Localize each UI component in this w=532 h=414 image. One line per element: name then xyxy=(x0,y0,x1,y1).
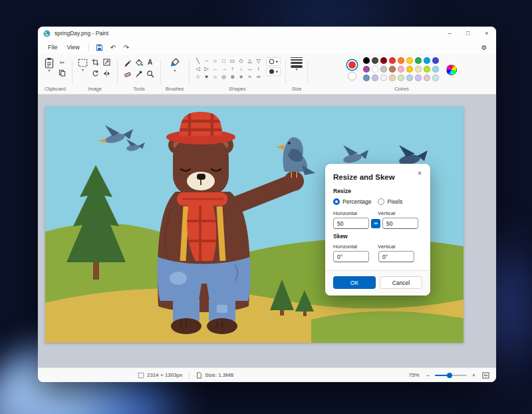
color-swatch[interactable] xyxy=(363,75,370,81)
rotate-icon[interactable] xyxy=(90,69,100,79)
eraser-icon[interactable] xyxy=(122,69,132,79)
title-bar[interactable]: springDay.png - Paint – □ × xyxy=(38,27,496,40)
shape-tool[interactable]: ← xyxy=(211,65,219,73)
shape-tool[interactable]: ↔ xyxy=(246,65,254,73)
skew-vertical-input[interactable] xyxy=(378,251,414,262)
redo-icon[interactable]: ↷ xyxy=(120,42,133,53)
maintain-aspect-ratio-link-icon[interactable]: ∞ xyxy=(371,219,380,228)
color-swatch[interactable] xyxy=(380,66,387,73)
fill-bucket-icon[interactable] xyxy=(134,57,144,67)
maximize-button[interactable]: □ xyxy=(459,27,477,40)
shape-tool[interactable]: ⊕ xyxy=(229,73,237,81)
shape-tool[interactable]: ◁ xyxy=(194,65,202,73)
copy-icon[interactable] xyxy=(57,68,67,78)
color-swatch[interactable] xyxy=(398,75,404,81)
color-swatch[interactable] xyxy=(424,57,430,64)
color-swatch[interactable] xyxy=(424,75,430,81)
shape-tool[interactable]: ∗ xyxy=(237,73,245,81)
text-tool-icon[interactable]: A xyxy=(145,57,155,67)
color-swatch[interactable] xyxy=(406,57,413,64)
shape-tool[interactable]: ☆ xyxy=(194,73,202,81)
undo-icon[interactable]: ↶ xyxy=(106,42,120,53)
color-picker-icon[interactable] xyxy=(134,69,144,79)
color-swatch[interactable] xyxy=(398,57,404,64)
color-swatch[interactable] xyxy=(415,57,422,64)
shape-tool[interactable]: → xyxy=(220,65,228,73)
crop-icon[interactable] xyxy=(90,57,100,67)
resize-horizontal-input[interactable] xyxy=(333,218,369,229)
paste-button[interactable]: ▾ xyxy=(43,57,55,73)
ok-button[interactable]: OK xyxy=(333,276,376,289)
color-swatch[interactable] xyxy=(389,66,396,73)
shape-tool[interactable]: ∞ xyxy=(255,73,263,81)
shape-tool[interactable]: ╲ xyxy=(194,57,202,65)
shape-tool[interactable]: ○ xyxy=(211,57,219,65)
shape-tool[interactable]: ◇ xyxy=(237,57,245,65)
color-swatch[interactable] xyxy=(432,75,439,81)
color-swatch[interactable] xyxy=(415,66,422,73)
shape-tool[interactable]: ~ xyxy=(203,57,211,65)
fit-to-window-icon[interactable] xyxy=(482,372,489,379)
color-swatch[interactable] xyxy=(432,66,439,73)
resize-icon[interactable] xyxy=(102,57,112,67)
magnifier-icon[interactable] xyxy=(145,69,155,79)
shape-fill-dropdown[interactable]: ▾ xyxy=(266,67,281,76)
pixels-radio[interactable]: Pixels xyxy=(378,198,402,205)
select-caret-icon[interactable]: ▾ xyxy=(82,69,84,72)
color-swatch[interactable] xyxy=(389,57,396,64)
color-swatch[interactable] xyxy=(432,57,439,64)
percentage-radio[interactable]: Percentage xyxy=(333,198,371,205)
color-swatch[interactable] xyxy=(380,75,387,81)
color-swatch[interactable] xyxy=(406,75,413,81)
skew-horizontal-input[interactable] xyxy=(333,251,369,262)
color-swatch[interactable] xyxy=(363,66,370,73)
color-swatch[interactable] xyxy=(424,66,430,73)
resize-vertical-input[interactable] xyxy=(382,218,418,229)
shape-tool[interactable]: ◎ xyxy=(220,73,228,81)
color-swatch[interactable] xyxy=(380,57,387,64)
menu-view[interactable]: View xyxy=(63,42,84,53)
cancel-button[interactable]: Cancel xyxy=(380,276,422,289)
minimize-button[interactable]: – xyxy=(440,27,459,40)
shape-tool[interactable]: □ xyxy=(220,57,228,65)
brushes-caret-icon[interactable]: ▾ xyxy=(174,69,176,73)
color-swatch[interactable] xyxy=(406,66,413,73)
color1-selected[interactable] xyxy=(347,60,357,70)
shape-tool[interactable]: ⌂ xyxy=(211,73,219,81)
shape-tool[interactable]: ▭ xyxy=(229,57,237,65)
close-button[interactable]: × xyxy=(477,27,496,40)
size-caret-icon[interactable]: ▾ xyxy=(296,68,298,71)
shape-tool[interactable]: ≈ xyxy=(246,73,254,81)
menu-file[interactable]: File xyxy=(43,42,63,53)
save-icon[interactable] xyxy=(93,42,106,53)
select-button[interactable]: ▾ xyxy=(77,57,88,72)
shape-outline-dropdown[interactable]: ▾ xyxy=(266,57,281,66)
zoom-slider-handle[interactable] xyxy=(447,373,452,378)
shape-tool[interactable]: ♥ xyxy=(203,73,211,81)
zoom-out-icon[interactable]: − xyxy=(424,372,430,379)
color-swatch[interactable] xyxy=(398,66,404,73)
zoom-in-icon[interactable]: + xyxy=(471,372,477,379)
shape-tool[interactable]: △ xyxy=(246,57,254,65)
edit-colors-wheel-icon[interactable] xyxy=(446,65,457,75)
color-swatch[interactable] xyxy=(372,66,378,73)
shape-tool[interactable]: ▽ xyxy=(255,57,263,65)
pencil-icon[interactable] xyxy=(122,57,132,67)
shape-tool[interactable]: ↓ xyxy=(237,65,245,73)
color-swatch[interactable] xyxy=(363,57,370,64)
zoom-slider[interactable] xyxy=(435,375,467,376)
settings-gear-icon[interactable]: ⚙ xyxy=(477,42,491,53)
color-swatch[interactable] xyxy=(372,57,378,64)
color-swatch[interactable] xyxy=(372,75,378,81)
shape-tool[interactable]: ▷ xyxy=(203,65,211,73)
flip-icon[interactable] xyxy=(102,69,112,79)
size-button[interactable]: ▾ xyxy=(291,57,303,71)
brushes-button[interactable]: ▾ xyxy=(169,57,181,73)
color2-selected[interactable] xyxy=(348,72,356,81)
paste-caret-icon[interactable]: ▾ xyxy=(48,69,50,73)
shape-tool[interactable]: ↑ xyxy=(229,65,237,73)
color-swatch[interactable] xyxy=(415,75,422,81)
shape-tool[interactable]: ↕ xyxy=(255,65,263,73)
dialog-close-icon[interactable]: × xyxy=(414,168,425,178)
color-swatch[interactable] xyxy=(389,75,396,81)
